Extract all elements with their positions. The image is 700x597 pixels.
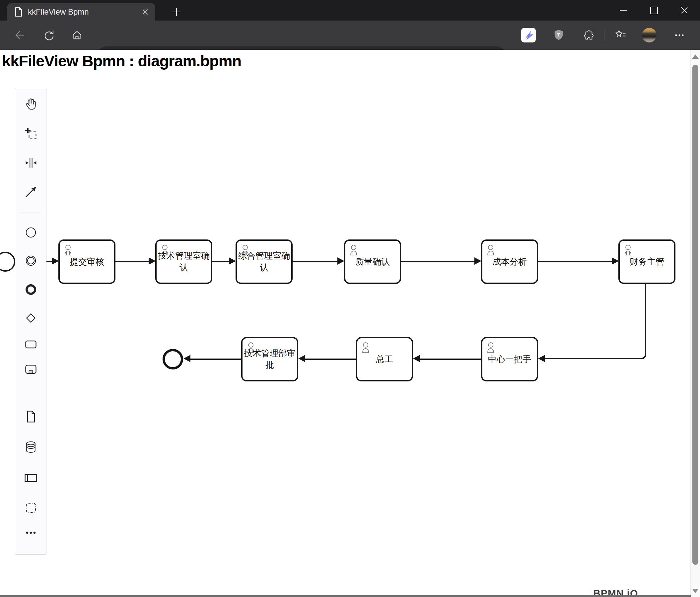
- create-start-event-icon[interactable]: [23, 225, 39, 240]
- arrowhead: [538, 355, 545, 362]
- arrowhead: [474, 257, 481, 265]
- task-label: 总工: [359, 354, 410, 365]
- user-icon: [349, 243, 359, 255]
- task-label: 提交审核: [61, 256, 113, 268]
- extensions-puzzle-icon[interactable]: [581, 28, 596, 43]
- create-data-object-icon[interactable]: [23, 409, 39, 424]
- scrollbar-thumb[interactable]: [692, 65, 698, 565]
- tab-close-icon[interactable]: [140, 7, 151, 17]
- window-close-button[interactable]: [674, 0, 695, 21]
- flow-t1-to-t2[interactable]: [116, 261, 149, 262]
- scroll-up-arrow[interactable]: [692, 54, 699, 59]
- window-minimize-button[interactable]: [613, 0, 634, 21]
- user-icon: [63, 243, 73, 255]
- user-task[interactable]: 质量确认: [344, 239, 401, 284]
- home-button[interactable]: [70, 28, 84, 43]
- user-icon: [360, 341, 371, 353]
- browser-toolbar: https://file.kkview.cn/onlinePreview?url…: [0, 21, 700, 50]
- create-group-icon[interactable]: [23, 500, 39, 515]
- tab-kkfileview[interactable]: kkFileView Bpmn: [7, 3, 155, 21]
- hand-tool-icon[interactable]: [23, 96, 39, 111]
- flow-t5-to-t6[interactable]: [538, 261, 612, 262]
- space-tool-icon[interactable]: [23, 155, 39, 171]
- user-task[interactable]: 中心一把手: [481, 337, 538, 382]
- palette-more-options-icon[interactable]: [23, 527, 39, 539]
- arrowhead: [338, 257, 344, 265]
- task-label: 中心一把手: [484, 354, 535, 365]
- user-task[interactable]: 成本分析: [481, 239, 538, 284]
- document-icon: [15, 7, 23, 17]
- arrowhead: [52, 257, 59, 265]
- end-event[interactable]: [162, 349, 183, 369]
- shield-t-extension-icon[interactable]: T: [551, 28, 566, 43]
- task-label: 技术管理部审批: [244, 347, 296, 371]
- new-tab-button[interactable]: [169, 5, 184, 19]
- flow-t3-to-t4[interactable]: [293, 261, 338, 262]
- flow-t8-to-t9[interactable]: [305, 359, 356, 360]
- user-icon: [486, 341, 496, 353]
- tab-strip: kkFileView Bpmn: [0, 0, 700, 21]
- arrowhead: [149, 257, 156, 265]
- lasso-tool-icon[interactable]: [23, 126, 39, 141]
- arrowhead: [413, 355, 420, 362]
- create-gateway-icon[interactable]: [23, 310, 39, 326]
- svg-text:T: T: [557, 32, 560, 37]
- user-icon: [486, 243, 496, 255]
- toolbar-divider: [604, 29, 604, 41]
- task-label: 成本分析: [484, 256, 535, 268]
- flow-t4-to-t5[interactable]: [401, 261, 474, 262]
- user-task[interactable]: 财务主管: [618, 239, 675, 284]
- user-task[interactable]: 技术管理室确认: [155, 239, 212, 284]
- user-task[interactable]: 提交审核: [58, 239, 116, 284]
- task-label: 财务主管: [621, 256, 673, 268]
- user-task[interactable]: 技术管理部审批: [241, 337, 298, 382]
- create-end-event-icon[interactable]: [23, 282, 39, 297]
- refresh-button[interactable]: [42, 28, 56, 43]
- arrowhead: [612, 257, 619, 265]
- user-task[interactable]: 总工: [356, 337, 413, 382]
- tab-title: kkFileView Bpmn: [28, 7, 89, 17]
- flow-t9-to-end[interactable]: [190, 359, 241, 360]
- arrowhead: [183, 355, 191, 362]
- task-label: 技术管理室确认: [158, 250, 210, 273]
- bpmn-palette: [15, 88, 46, 554]
- back-button[interactable]: [11, 28, 26, 43]
- arrowhead: [298, 355, 305, 362]
- create-data-store-icon[interactable]: [23, 439, 39, 455]
- user-task[interactable]: 综合管理室确认: [235, 239, 293, 284]
- page-title: kkFileView Bpmn : diagram.bpmn: [2, 52, 241, 70]
- vertical-scrollbar[interactable]: [691, 50, 700, 597]
- task-label: 质量确认: [347, 256, 398, 268]
- palette-divider: [20, 213, 41, 213]
- create-task-icon[interactable]: [23, 337, 39, 352]
- favorites-list-icon[interactable]: [613, 28, 628, 43]
- scroll-down-arrow[interactable]: [692, 589, 699, 593]
- flow-t6-to-t7[interactable]: [545, 284, 646, 359]
- window-maximize-button[interactable]: [644, 0, 664, 21]
- browser-window: kkFileView Bpmn: [0, 0, 700, 597]
- create-intermediate-event-icon[interactable]: [23, 253, 39, 268]
- flow-t7-to-t8[interactable]: [420, 359, 481, 360]
- arrowhead: [229, 257, 236, 265]
- task-label: 综合管理室确认: [238, 250, 290, 273]
- horizontal-scrollbar[interactable]: [0, 595, 691, 597]
- bird-extension-icon[interactable]: [521, 28, 536, 43]
- create-subprocess-icon[interactable]: [23, 362, 39, 377]
- profile-avatar[interactable]: [642, 28, 656, 43]
- global-connect-tool-icon[interactable]: [23, 184, 39, 200]
- user-icon: [623, 243, 633, 255]
- create-participant-icon[interactable]: [23, 470, 39, 486]
- flow-t2-to-t3[interactable]: [212, 261, 229, 262]
- more-menu-icon[interactable]: [672, 28, 687, 43]
